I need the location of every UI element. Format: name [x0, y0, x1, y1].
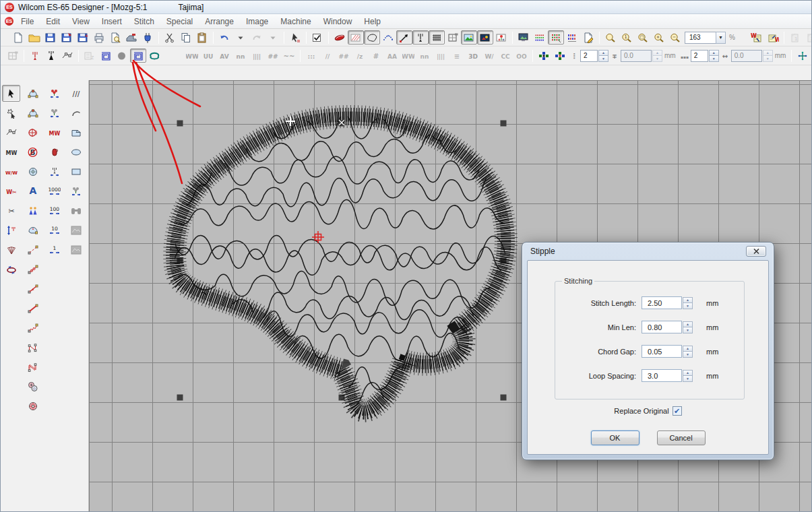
- machine-connect-button[interactable]: [139, 30, 156, 44]
- view-outlines-button[interactable]: [364, 30, 380, 44]
- field-3-spinner[interactable]: ▲▼: [683, 370, 693, 382]
- dialog-title-bar[interactable]: Stipple: [522, 243, 774, 260]
- menu-edit[interactable]: Edit: [40, 15, 66, 28]
- menu-machine[interactable]: Machine: [274, 15, 317, 28]
- wheel-plus-button[interactable]: ☆: [24, 378, 42, 395]
- column-tool-button[interactable]: [45, 143, 63, 160]
- spin-up-icon[interactable]: ▲: [683, 346, 693, 352]
- print-button[interactable]: [91, 30, 107, 44]
- menu-file[interactable]: File: [15, 15, 40, 28]
- arc-tool-button[interactable]: [67, 104, 85, 121]
- dim-picture-button[interactable]: [477, 30, 493, 44]
- stitch-satin-button[interactable]: WW: [184, 49, 200, 63]
- zoom-box-button[interactable]: □: [635, 30, 651, 44]
- stitch-hatch2-button[interactable]: //: [319, 49, 336, 63]
- stitch-tatami-button[interactable]: ||||: [249, 49, 265, 63]
- motif-fill-button[interactable]: [98, 49, 114, 63]
- pattern-stamp-button[interactable]: z: [82, 49, 98, 63]
- spin-down-icon[interactable]: ▼: [763, 55, 773, 62]
- replace-original-checkbox[interactable]: ✔: [673, 406, 682, 416]
- flower-silver-button[interactable]: [45, 104, 63, 121]
- freehand-select-button[interactable]: [2, 104, 20, 121]
- stitch-blob1-button[interactable]: CC: [497, 49, 513, 63]
- cancel-button[interactable]: Cancel: [657, 430, 706, 445]
- run-stitch-1-button[interactable]: [24, 241, 42, 258]
- selection-handle[interactable]: [501, 121, 507, 127]
- stitch-lines-button[interactable]: ||||: [433, 49, 449, 63]
- stitch-kz-button[interactable]: /z: [352, 49, 368, 63]
- stitch-fur-button[interactable]: W/: [481, 49, 497, 63]
- spinner-control[interactable]: ▲▼: [652, 50, 662, 62]
- menu-help[interactable]: Help: [358, 15, 387, 28]
- texture-tool-button[interactable]: [67, 241, 85, 258]
- hoop-small-button[interactable]: [5, 49, 21, 63]
- thread-chart-button[interactable]: [564, 30, 580, 44]
- title-bar[interactable]: ES Wilcom ES-65 Designer - [Mozg-5:1Taji…: [1, 1, 811, 14]
- stitch-blanket-button[interactable]: nn: [232, 49, 249, 63]
- spin-down-icon[interactable]: ▼: [683, 327, 693, 333]
- stitch-spacing-button[interactable]: [45, 163, 63, 180]
- hoop-toggle-button[interactable]: [445, 30, 461, 44]
- select-tool-button[interactable]: [2, 85, 20, 102]
- view-needle-points-button[interactable]: [380, 30, 396, 44]
- stitch-fence-button[interactable]: ##: [336, 49, 352, 63]
- menu-view[interactable]: View: [66, 15, 96, 28]
- fan-tool-button[interactable]: [2, 241, 20, 258]
- zoom-tool-button[interactable]: [602, 30, 619, 44]
- scale-1-button[interactable]: 1: [45, 241, 63, 258]
- zoom-out-button[interactable]: −: [667, 30, 683, 44]
- binoculars-button[interactable]: [67, 202, 85, 219]
- run-stitch-2-button[interactable]: [24, 261, 42, 278]
- view-hatch-button[interactable]: [348, 30, 364, 44]
- layer-offset-button[interactable]: ∓: [608, 49, 621, 63]
- menu-window[interactable]: Window: [317, 15, 358, 28]
- align-grid-v-button[interactable]: [552, 49, 568, 63]
- grid-toggle-button[interactable]: [429, 30, 445, 44]
- width-run-button[interactable]: W/W: [2, 163, 20, 180]
- outline-design-button[interactable]: [146, 49, 162, 63]
- vertex-select-button[interactable]: [2, 124, 20, 141]
- zoom-value[interactable]: 163: [685, 32, 716, 44]
- reshape-object-button[interactable]: [24, 85, 42, 102]
- stipple-fill-button[interactable]: [130, 49, 146, 63]
- run-stitch-4-button[interactable]: [24, 300, 42, 317]
- circle-stitch-button[interactable]: [24, 124, 42, 141]
- ring-tool-button[interactable]: [24, 163, 42, 180]
- view-background-button[interactable]: [493, 30, 509, 44]
- wheel-radial-button[interactable]: [24, 397, 42, 414]
- field-1-input[interactable]: 0.80: [642, 321, 682, 333]
- spacing-count-field[interactable]: 2: [691, 50, 708, 62]
- spin-up-icon[interactable]: ▲: [652, 50, 662, 56]
- field-2-spinner[interactable]: ▲▼: [683, 346, 693, 358]
- dialog-close-button[interactable]: [746, 246, 766, 257]
- view-stitches-button[interactable]: [332, 30, 348, 44]
- spin-down-icon[interactable]: ▼: [598, 55, 608, 62]
- run-stitch-5-button[interactable]: [24, 319, 42, 336]
- stitch-blob2-button[interactable]: OO: [513, 49, 530, 63]
- spinner-control[interactable]: ▲▼: [709, 50, 719, 62]
- outline-n-button[interactable]: [24, 339, 42, 356]
- bitmap-view-button[interactable]: [516, 30, 532, 44]
- align-grid-h-button[interactable]: [536, 49, 552, 63]
- zoom-in-button[interactable]: +: [651, 30, 667, 44]
- save-to-machine-button[interactable]: [59, 30, 75, 44]
- circle-fill-button[interactable]: [114, 49, 130, 63]
- stitch-zigzag-button[interactable]: AV: [216, 49, 232, 63]
- cut-run-button[interactable]: W✂: [2, 183, 20, 199]
- insert-needle-button[interactable]: [27, 49, 43, 63]
- cut-button[interactable]: [162, 30, 178, 44]
- motif-run-button[interactable]: MW: [45, 124, 63, 141]
- rectangle-tool-button[interactable]: [67, 163, 85, 180]
- parallel-tool-button[interactable]: ///: [67, 85, 85, 102]
- redo-list-button[interactable]: [265, 30, 281, 44]
- design-window-1-button[interactable]: 1: [787, 30, 803, 44]
- zoom-combo[interactable]: 163 ▼: [685, 32, 726, 44]
- spin-up-icon[interactable]: ▲: [683, 321, 693, 327]
- chevron-down-icon[interactable]: ▼: [716, 32, 726, 44]
- scale-100-button[interactable]: 100: [45, 202, 63, 219]
- save-design-button[interactable]: [42, 30, 59, 44]
- field-2-input[interactable]: 0.05: [642, 345, 682, 358]
- menu-insert[interactable]: Insert: [96, 15, 128, 28]
- spin-down-icon[interactable]: ▼: [652, 55, 662, 62]
- print-preview-button[interactable]: [107, 30, 123, 44]
